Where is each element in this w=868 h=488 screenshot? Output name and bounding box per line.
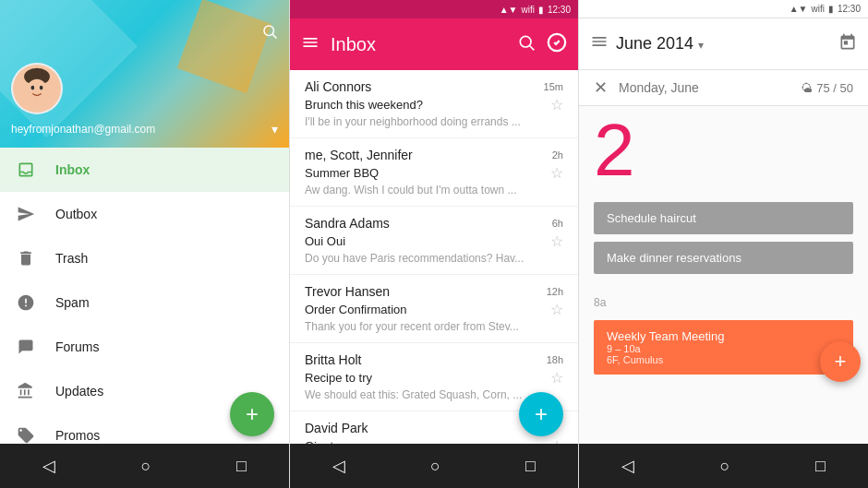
home-button[interactable]: ○ bbox=[141, 457, 151, 476]
sidebar-header: heyfromjonathan@gmail.com ▾ bbox=[0, 0, 289, 148]
promos-icon bbox=[15, 424, 37, 444]
inbox-title: Inbox bbox=[331, 34, 506, 55]
updates-icon bbox=[15, 380, 37, 402]
email-time-2: 6h bbox=[552, 218, 563, 229]
cal-allday-events: Schedule haircut Make dinner reservation… bbox=[579, 187, 868, 289]
cal-recent-button[interactable]: □ bbox=[815, 457, 826, 476]
star-icon-2[interactable]: ☆ bbox=[550, 232, 563, 250]
cal-month-title: June 2014 ▾ bbox=[616, 34, 831, 54]
cal-battery-icon: ▮ bbox=[828, 4, 834, 14]
inbox-wifi-icon: wifi bbox=[522, 5, 535, 15]
email-preview-0: I'll be in your neighborhood doing erran… bbox=[305, 115, 545, 128]
cal-time-8a: 8a bbox=[579, 289, 868, 316]
menu-icon[interactable] bbox=[301, 33, 319, 56]
email-sender-3: Trevor Hansen bbox=[305, 284, 390, 299]
inbox-time: 12:30 bbox=[548, 5, 571, 15]
star-icon-4[interactable]: ☆ bbox=[550, 369, 563, 387]
email-time-1: 2h bbox=[552, 149, 563, 161]
svg-point-0 bbox=[264, 26, 274, 36]
cal-event-0[interactable]: Schedule haircut bbox=[594, 202, 853, 234]
back-button[interactable]: ◁ bbox=[42, 456, 55, 476]
cal-close-icon[interactable]: ✕ bbox=[594, 77, 608, 98]
inbox-compose-fab[interactable]: + bbox=[519, 392, 563, 436]
spam-label: Spam bbox=[55, 295, 90, 310]
cal-timed-event-location: 6F, Cumulus bbox=[607, 354, 840, 365]
updates-label: Updates bbox=[55, 384, 103, 399]
sidebar-item-forums[interactable]: Forums bbox=[0, 325, 289, 369]
email-time-3: 12h bbox=[547, 286, 563, 297]
account-email: heyfromjonathan@gmail.com bbox=[11, 123, 155, 136]
svg-point-6 bbox=[40, 86, 43, 90]
email-subject-2: Oui Oui bbox=[305, 234, 345, 248]
inbox-recent-button[interactable]: □ bbox=[525, 457, 536, 476]
cal-grid-icon[interactable] bbox=[838, 33, 857, 55]
weather-temp: 75 / 50 bbox=[816, 81, 853, 95]
sidebar-item-outbox[interactable]: Outbox bbox=[0, 192, 289, 236]
cal-back-button[interactable]: ◁ bbox=[621, 456, 634, 476]
inbox-label: Inbox bbox=[55, 162, 90, 177]
inbox-toolbar: Inbox bbox=[290, 18, 578, 70]
svg-point-4 bbox=[27, 79, 47, 101]
email-time-4: 18h bbox=[547, 354, 563, 365]
avatar bbox=[11, 63, 63, 114]
inbox-back-button[interactable]: ◁ bbox=[332, 456, 345, 476]
inbox-check-icon[interactable] bbox=[547, 32, 567, 57]
email-sender-5: David Park bbox=[305, 421, 368, 435]
cal-wifi-icon: wifi bbox=[812, 4, 825, 14]
cal-timed-event-0[interactable]: Weekly Team Meeting 9 – 10a 6F, Cumulus … bbox=[594, 320, 853, 375]
outbox-label: Outbox bbox=[55, 207, 97, 221]
cal-day-header: ✕ Monday, June 🌤 75 / 50 bbox=[579, 70, 868, 106]
inbox-search-icon[interactable] bbox=[517, 33, 536, 56]
email-preview-3: Thank you for your recent order from Ste… bbox=[305, 320, 545, 333]
cal-signal-icon: ▲▼ bbox=[790, 4, 808, 14]
outbox-icon bbox=[15, 203, 37, 225]
sidebar-item-trash[interactable]: Trash bbox=[0, 236, 289, 280]
email-sender-4: Britta Holt bbox=[305, 352, 361, 367]
email-item-1[interactable]: me, Scott, Jennifer 2h Summer BBQ ☆ Aw d… bbox=[290, 138, 578, 207]
search-icon[interactable] bbox=[261, 23, 278, 44]
star-icon-1[interactable]: ☆ bbox=[550, 164, 563, 182]
cal-home-button[interactable]: ○ bbox=[720, 457, 730, 476]
sidebar-bottom-nav: ◁ ○ □ bbox=[0, 444, 289, 488]
cal-weather: 🌤 75 / 50 bbox=[801, 81, 853, 95]
inbox-battery-icon: ▮ bbox=[538, 5, 544, 15]
cal-add-fab[interactable]: + bbox=[820, 341, 861, 382]
chevron-down-icon[interactable]: ▾ bbox=[271, 122, 278, 137]
cal-status-bar: ▲▼ wifi ▮ 12:30 bbox=[579, 0, 868, 18]
cal-event-1[interactable]: Make dinner reservations bbox=[594, 242, 853, 274]
trash-icon bbox=[15, 247, 37, 269]
account-email-row[interactable]: heyfromjonathan@gmail.com ▾ bbox=[11, 122, 278, 137]
compose-fab[interactable]: + bbox=[230, 392, 274, 436]
email-subject-3: Order Confirmation bbox=[305, 303, 407, 316]
star-icon-5[interactable]: ☆ bbox=[550, 437, 563, 444]
star-icon-0[interactable]: ☆ bbox=[550, 96, 563, 113]
star-icon-3[interactable]: ☆ bbox=[550, 301, 563, 318]
sidebar-item-spam[interactable]: Spam bbox=[0, 280, 289, 325]
recent-button[interactable]: □ bbox=[236, 457, 247, 476]
weather-icon: 🌤 bbox=[801, 81, 813, 95]
cal-toolbar: June 2014 ▾ bbox=[579, 18, 868, 70]
inbox-status-bar: ▲▼ wifi ▮ 12:30 bbox=[290, 0, 578, 18]
email-sender-0: Ali Connors bbox=[305, 79, 371, 94]
email-subject-0: Brunch this weekend? bbox=[305, 98, 423, 112]
svg-line-1 bbox=[272, 34, 276, 38]
email-preview-1: Aw dang. Wish I could but I'm outta town… bbox=[305, 184, 545, 196]
sidebar-item-inbox[interactable]: Inbox bbox=[0, 148, 289, 192]
inbox-panel: ▲▼ wifi ▮ 12:30 Inbox Ali Connors 15m Br… bbox=[290, 0, 579, 488]
cal-timed-event-title: Weekly Team Meeting bbox=[607, 329, 840, 343]
forums-icon bbox=[15, 336, 37, 358]
inbox-home-button[interactable]: ○ bbox=[430, 457, 440, 476]
inbox-email-list: Ali Connors 15m Brunch this weekend? ☆ I… bbox=[290, 70, 578, 444]
email-subject-5: Giants game bbox=[305, 439, 373, 444]
sidebar-panel: ▲▼ wifi ▮ 12:30 bbox=[0, 0, 290, 488]
cal-bottom-nav: ◁ ○ □ bbox=[579, 444, 868, 488]
email-item-3[interactable]: Trevor Hansen 12h Order Confirmation ☆ T… bbox=[290, 275, 578, 343]
cal-day-label: Monday, June bbox=[619, 80, 790, 95]
email-preview-4: We should eat this: Grated Squash, Corn,… bbox=[305, 388, 545, 401]
cal-menu-icon[interactable] bbox=[590, 32, 609, 55]
email-subject-4: Recipe to try bbox=[305, 371, 372, 385]
email-item-0[interactable]: Ali Connors 15m Brunch this weekend? ☆ I… bbox=[290, 70, 578, 138]
email-item-2[interactable]: Sandra Adams 6h Oui Oui ☆ Do you have Pa… bbox=[290, 207, 578, 275]
cal-date-number: 2 bbox=[579, 106, 868, 187]
svg-point-5 bbox=[31, 86, 35, 90]
